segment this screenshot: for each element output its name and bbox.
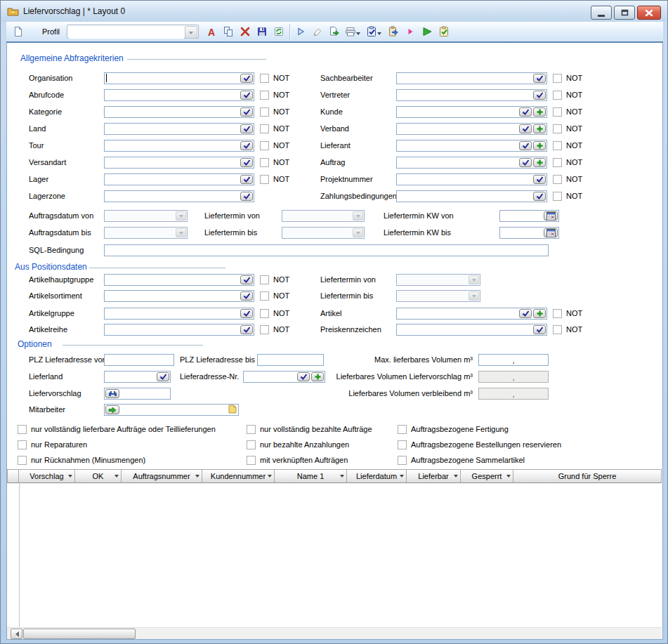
auftragsdatum-bis-combo[interactable]	[104, 227, 188, 239]
refresh-button[interactable]	[270, 23, 287, 40]
column-menu-arrow[interactable]	[454, 475, 458, 480]
scroll-left-button[interactable]	[11, 629, 22, 639]
select-check-button[interactable]	[157, 372, 169, 381]
select-check-button[interactable]	[240, 91, 253, 100]
add-button[interactable]	[533, 158, 546, 167]
select-check-button[interactable]	[240, 325, 253, 334]
artikelsortiment-input[interactable]	[104, 290, 254, 302]
liefertermin-von-combo[interactable]	[282, 210, 365, 222]
versandart-input[interactable]	[104, 157, 254, 169]
projektnummer-input[interactable]	[396, 173, 547, 185]
vertreter-input[interactable]	[396, 89, 547, 101]
artikelgruppe-not-checkbox[interactable]	[260, 309, 269, 318]
batch-check-button[interactable]	[364, 23, 385, 40]
column-header-auftragsnummer[interactable]: Auftragsnummer	[122, 469, 202, 483]
tour-not-checkbox[interactable]	[260, 141, 269, 150]
pos-liefertermin-von-combo[interactable]	[396, 274, 480, 286]
artikelsortiment-not-checkbox[interactable]	[260, 291, 269, 301]
land-input[interactable]	[104, 123, 254, 135]
select-check-button[interactable]	[240, 309, 253, 318]
new-profile-button[interactable]	[10, 23, 27, 40]
copy-button[interactable]	[220, 23, 237, 40]
kategorie-input[interactable]	[104, 106, 254, 118]
minimize-button[interactable]	[591, 6, 612, 20]
organisation-input[interactable]	[104, 72, 254, 84]
column-menu-arrow[interactable]	[195, 475, 199, 480]
lager-not-checkbox[interactable]	[260, 175, 269, 184]
select-check-button[interactable]	[240, 141, 253, 150]
zahlungsbedingungen-not-checkbox[interactable]	[553, 192, 562, 201]
add-button[interactable]	[533, 107, 546, 117]
clear-button[interactable]	[309, 23, 326, 40]
plz-von-input[interactable]	[104, 354, 174, 366]
export-button[interactable]	[326, 23, 343, 40]
mitarbeiter-input[interactable]	[104, 404, 239, 416]
tour-input[interactable]	[104, 140, 254, 152]
profil-input[interactable]	[69, 26, 184, 39]
abrufcode-not-checkbox[interactable]	[260, 91, 269, 100]
abrufcode-input[interactable]	[104, 89, 254, 101]
close-button[interactable]	[637, 6, 661, 20]
sachbearbeiter-not-checkbox[interactable]	[553, 74, 562, 83]
nur-bezahlte-anzahlungen-checkbox[interactable]	[247, 440, 256, 449]
column-header-kundennummer[interactable]: Kundennummer	[202, 469, 275, 483]
land-not-checkbox[interactable]	[260, 124, 269, 133]
profil-combobox[interactable]	[67, 25, 199, 39]
projektnummer-not-checkbox[interactable]	[553, 175, 562, 184]
run-step-button[interactable]	[292, 23, 309, 40]
column-menu-arrow[interactable]	[68, 475, 72, 480]
column-menu-arrow[interactable]	[400, 475, 404, 480]
select-check-button[interactable]	[240, 74, 253, 83]
auftragsbezogene-bestellungen-checkbox[interactable]	[398, 440, 407, 449]
sql-bedingung-input[interactable]	[104, 244, 549, 256]
kunde-not-checkbox[interactable]	[553, 107, 562, 117]
paste-button[interactable]	[385, 23, 402, 40]
save-button[interactable]	[254, 23, 270, 40]
artikelgruppe-input[interactable]	[104, 308, 254, 320]
zahlungsbedingungen-input[interactable]	[396, 190, 547, 202]
select-check-button[interactable]	[533, 192, 546, 201]
confirm-button[interactable]	[435, 23, 452, 40]
column-menu-arrow[interactable]	[268, 475, 272, 480]
auftragsbezogene-sammelartikel-checkbox[interactable]	[398, 456, 407, 465]
column-header-gesperrt[interactable]: Gesperrt	[461, 469, 513, 483]
artikelhauptgruppe-not-checkbox[interactable]	[260, 275, 269, 284]
versandart-not-checkbox[interactable]	[260, 158, 269, 167]
vertreter-not-checkbox[interactable]	[553, 91, 562, 100]
profil-dropdown-button[interactable]	[185, 26, 197, 39]
select-check-button[interactable]	[519, 309, 532, 318]
horizontal-scrollbar[interactable]	[7, 627, 662, 639]
artikelreihe-input[interactable]	[104, 324, 254, 336]
preiskennzeichen-input[interactable]	[396, 324, 547, 336]
column-menu-arrow[interactable]	[506, 475, 511, 480]
print-button[interactable]	[343, 23, 364, 40]
select-check-button[interactable]	[519, 141, 532, 150]
select-check-button[interactable]	[533, 325, 546, 334]
column-header-vorschlag[interactable]: Vorschlag	[19, 469, 75, 483]
sachbearbeiter-input[interactable]	[396, 72, 547, 84]
column-menu-arrow[interactable]	[114, 475, 119, 480]
nur-bezahlte-auftraege-checkbox[interactable]	[247, 425, 256, 434]
auftragsbezogene-fertigung-checkbox[interactable]	[398, 425, 407, 434]
run-single-button[interactable]	[402, 23, 419, 40]
liefertermin-bis-combo[interactable]	[282, 227, 365, 239]
restore-button[interactable]	[614, 6, 635, 20]
artikel-not-checkbox[interactable]	[553, 309, 562, 318]
select-check-button[interactable]	[240, 107, 253, 117]
lagerzone-input[interactable]	[104, 190, 254, 202]
calendar-button[interactable]	[544, 211, 558, 221]
select-check-button[interactable]	[240, 175, 253, 184]
auftrag-not-checkbox[interactable]	[553, 158, 562, 167]
assign-button[interactable]	[105, 405, 119, 414]
column-header-grund-fuer-sperre[interactable]: Grund für Sperre	[513, 469, 662, 483]
calendar-button[interactable]	[544, 228, 558, 237]
auftragsdatum-von-combo[interactable]	[104, 210, 188, 222]
organisation-not-checkbox[interactable]	[260, 74, 269, 83]
run-all-button[interactable]	[419, 23, 435, 40]
column-menu-arrow[interactable]	[340, 475, 344, 480]
add-button[interactable]	[533, 124, 546, 133]
select-check-button[interactable]	[533, 91, 546, 100]
artikelreihe-not-checkbox[interactable]	[260, 325, 269, 334]
add-button[interactable]	[533, 141, 546, 150]
search-button[interactable]	[105, 389, 119, 398]
